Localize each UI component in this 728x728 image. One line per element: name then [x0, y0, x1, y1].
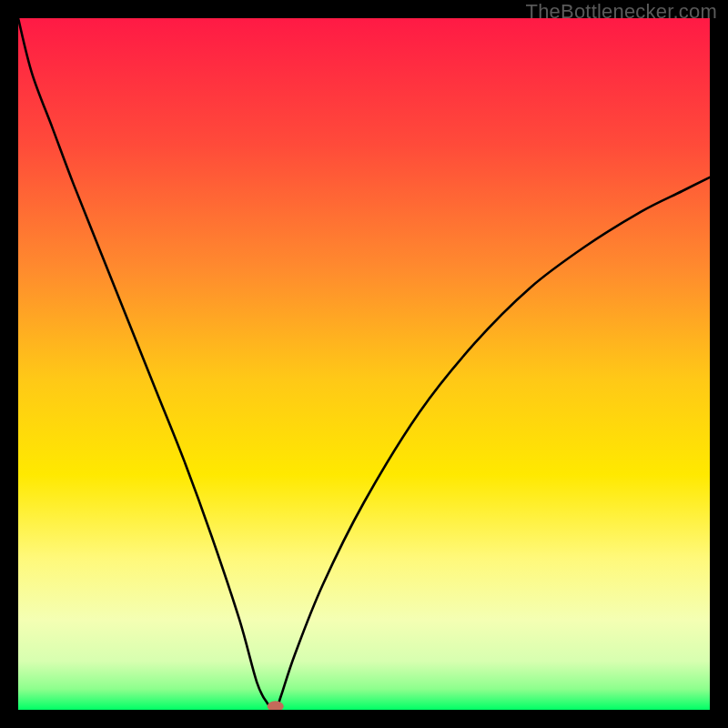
- chart-frame: TheBottlenecker.com: [0, 0, 728, 728]
- gradient-background: [18, 18, 710, 710]
- plot-area: [18, 18, 710, 710]
- chart-svg: [18, 18, 710, 710]
